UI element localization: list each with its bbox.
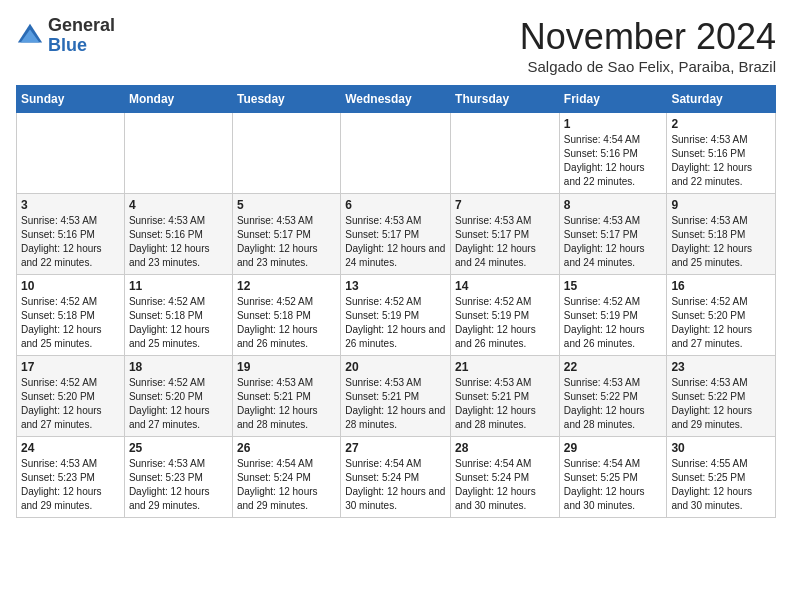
calendar-cell: 9Sunrise: 4:53 AM Sunset: 5:18 PM Daylig… — [667, 194, 776, 275]
day-detail: Sunrise: 4:52 AM Sunset: 5:19 PM Dayligh… — [345, 295, 446, 351]
weekday-header-saturday: Saturday — [667, 86, 776, 113]
day-number: 17 — [21, 360, 120, 374]
day-detail: Sunrise: 4:52 AM Sunset: 5:20 PM Dayligh… — [21, 376, 120, 432]
week-row-2: 3Sunrise: 4:53 AM Sunset: 5:16 PM Daylig… — [17, 194, 776, 275]
calendar-cell: 11Sunrise: 4:52 AM Sunset: 5:18 PM Dayli… — [124, 275, 232, 356]
day-detail: Sunrise: 4:53 AM Sunset: 5:16 PM Dayligh… — [671, 133, 771, 189]
day-number: 30 — [671, 441, 771, 455]
weekday-header-wednesday: Wednesday — [341, 86, 451, 113]
day-number: 14 — [455, 279, 555, 293]
calendar-cell: 6Sunrise: 4:53 AM Sunset: 5:17 PM Daylig… — [341, 194, 451, 275]
day-detail: Sunrise: 4:53 AM Sunset: 5:17 PM Dayligh… — [455, 214, 555, 270]
day-number: 7 — [455, 198, 555, 212]
day-number: 27 — [345, 441, 446, 455]
location-subtitle: Salgado de Sao Felix, Paraiba, Brazil — [520, 58, 776, 75]
day-detail: Sunrise: 4:54 AM Sunset: 5:16 PM Dayligh… — [564, 133, 663, 189]
calendar-cell: 12Sunrise: 4:52 AM Sunset: 5:18 PM Dayli… — [232, 275, 340, 356]
day-number: 5 — [237, 198, 336, 212]
calendar-cell: 5Sunrise: 4:53 AM Sunset: 5:17 PM Daylig… — [232, 194, 340, 275]
calendar-cell: 22Sunrise: 4:53 AM Sunset: 5:22 PM Dayli… — [559, 356, 667, 437]
day-number: 26 — [237, 441, 336, 455]
week-row-3: 10Sunrise: 4:52 AM Sunset: 5:18 PM Dayli… — [17, 275, 776, 356]
day-detail: Sunrise: 4:54 AM Sunset: 5:24 PM Dayligh… — [237, 457, 336, 513]
day-detail: Sunrise: 4:53 AM Sunset: 5:21 PM Dayligh… — [237, 376, 336, 432]
day-detail: Sunrise: 4:52 AM Sunset: 5:19 PM Dayligh… — [564, 295, 663, 351]
day-detail: Sunrise: 4:54 AM Sunset: 5:24 PM Dayligh… — [455, 457, 555, 513]
day-number: 25 — [129, 441, 228, 455]
day-number: 3 — [21, 198, 120, 212]
calendar-cell: 16Sunrise: 4:52 AM Sunset: 5:20 PM Dayli… — [667, 275, 776, 356]
calendar-cell: 10Sunrise: 4:52 AM Sunset: 5:18 PM Dayli… — [17, 275, 125, 356]
day-detail: Sunrise: 4:53 AM Sunset: 5:17 PM Dayligh… — [237, 214, 336, 270]
calendar-cell: 21Sunrise: 4:53 AM Sunset: 5:21 PM Dayli… — [451, 356, 560, 437]
week-row-4: 17Sunrise: 4:52 AM Sunset: 5:20 PM Dayli… — [17, 356, 776, 437]
day-detail: Sunrise: 4:53 AM Sunset: 5:21 PM Dayligh… — [455, 376, 555, 432]
day-number: 23 — [671, 360, 771, 374]
calendar-cell: 29Sunrise: 4:54 AM Sunset: 5:25 PM Dayli… — [559, 437, 667, 518]
logo-blue-text: Blue — [48, 35, 87, 55]
weekday-header-thursday: Thursday — [451, 86, 560, 113]
day-number: 29 — [564, 441, 663, 455]
page-header: General Blue November 2024 Salgado de Sa… — [16, 16, 776, 75]
day-number: 12 — [237, 279, 336, 293]
calendar-cell: 3Sunrise: 4:53 AM Sunset: 5:16 PM Daylig… — [17, 194, 125, 275]
logo-general-text: General — [48, 15, 115, 35]
day-number: 1 — [564, 117, 663, 131]
title-block: November 2024 Salgado de Sao Felix, Para… — [520, 16, 776, 75]
calendar-cell — [232, 113, 340, 194]
day-number: 19 — [237, 360, 336, 374]
day-number: 16 — [671, 279, 771, 293]
calendar-cell: 23Sunrise: 4:53 AM Sunset: 5:22 PM Dayli… — [667, 356, 776, 437]
calendar-table: SundayMondayTuesdayWednesdayThursdayFrid… — [16, 85, 776, 518]
day-number: 20 — [345, 360, 446, 374]
day-number: 21 — [455, 360, 555, 374]
calendar-cell: 13Sunrise: 4:52 AM Sunset: 5:19 PM Dayli… — [341, 275, 451, 356]
day-number: 10 — [21, 279, 120, 293]
calendar-cell: 24Sunrise: 4:53 AM Sunset: 5:23 PM Dayli… — [17, 437, 125, 518]
day-detail: Sunrise: 4:53 AM Sunset: 5:23 PM Dayligh… — [129, 457, 228, 513]
calendar-cell: 28Sunrise: 4:54 AM Sunset: 5:24 PM Dayli… — [451, 437, 560, 518]
day-number: 13 — [345, 279, 446, 293]
calendar-cell: 8Sunrise: 4:53 AM Sunset: 5:17 PM Daylig… — [559, 194, 667, 275]
weekday-header-tuesday: Tuesday — [232, 86, 340, 113]
day-detail: Sunrise: 4:52 AM Sunset: 5:18 PM Dayligh… — [237, 295, 336, 351]
day-number: 2 — [671, 117, 771, 131]
month-title: November 2024 — [520, 16, 776, 58]
day-number: 6 — [345, 198, 446, 212]
day-number: 22 — [564, 360, 663, 374]
day-number: 4 — [129, 198, 228, 212]
logo-icon — [16, 22, 44, 50]
day-detail: Sunrise: 4:52 AM Sunset: 5:20 PM Dayligh… — [671, 295, 771, 351]
weekday-header-friday: Friday — [559, 86, 667, 113]
day-detail: Sunrise: 4:52 AM Sunset: 5:19 PM Dayligh… — [455, 295, 555, 351]
day-detail: Sunrise: 4:53 AM Sunset: 5:23 PM Dayligh… — [21, 457, 120, 513]
day-number: 15 — [564, 279, 663, 293]
day-number: 24 — [21, 441, 120, 455]
weekday-header-sunday: Sunday — [17, 86, 125, 113]
logo: General Blue — [16, 16, 115, 56]
day-detail: Sunrise: 4:55 AM Sunset: 5:25 PM Dayligh… — [671, 457, 771, 513]
calendar-cell: 4Sunrise: 4:53 AM Sunset: 5:16 PM Daylig… — [124, 194, 232, 275]
calendar-cell: 17Sunrise: 4:52 AM Sunset: 5:20 PM Dayli… — [17, 356, 125, 437]
week-row-5: 24Sunrise: 4:53 AM Sunset: 5:23 PM Dayli… — [17, 437, 776, 518]
week-row-1: 1Sunrise: 4:54 AM Sunset: 5:16 PM Daylig… — [17, 113, 776, 194]
calendar-cell: 15Sunrise: 4:52 AM Sunset: 5:19 PM Dayli… — [559, 275, 667, 356]
day-detail: Sunrise: 4:52 AM Sunset: 5:18 PM Dayligh… — [129, 295, 228, 351]
day-number: 11 — [129, 279, 228, 293]
calendar-cell: 1Sunrise: 4:54 AM Sunset: 5:16 PM Daylig… — [559, 113, 667, 194]
calendar-cell: 25Sunrise: 4:53 AM Sunset: 5:23 PM Dayli… — [124, 437, 232, 518]
day-detail: Sunrise: 4:54 AM Sunset: 5:25 PM Dayligh… — [564, 457, 663, 513]
day-number: 28 — [455, 441, 555, 455]
day-detail: Sunrise: 4:53 AM Sunset: 5:17 PM Dayligh… — [564, 214, 663, 270]
day-number: 8 — [564, 198, 663, 212]
weekday-header-row: SundayMondayTuesdayWednesdayThursdayFrid… — [17, 86, 776, 113]
day-detail: Sunrise: 4:53 AM Sunset: 5:16 PM Dayligh… — [129, 214, 228, 270]
day-number: 18 — [129, 360, 228, 374]
calendar-cell: 19Sunrise: 4:53 AM Sunset: 5:21 PM Dayli… — [232, 356, 340, 437]
calendar-cell — [341, 113, 451, 194]
day-detail: Sunrise: 4:52 AM Sunset: 5:20 PM Dayligh… — [129, 376, 228, 432]
calendar-cell: 14Sunrise: 4:52 AM Sunset: 5:19 PM Dayli… — [451, 275, 560, 356]
day-detail: Sunrise: 4:53 AM Sunset: 5:18 PM Dayligh… — [671, 214, 771, 270]
calendar-cell: 20Sunrise: 4:53 AM Sunset: 5:21 PM Dayli… — [341, 356, 451, 437]
day-detail: Sunrise: 4:52 AM Sunset: 5:18 PM Dayligh… — [21, 295, 120, 351]
